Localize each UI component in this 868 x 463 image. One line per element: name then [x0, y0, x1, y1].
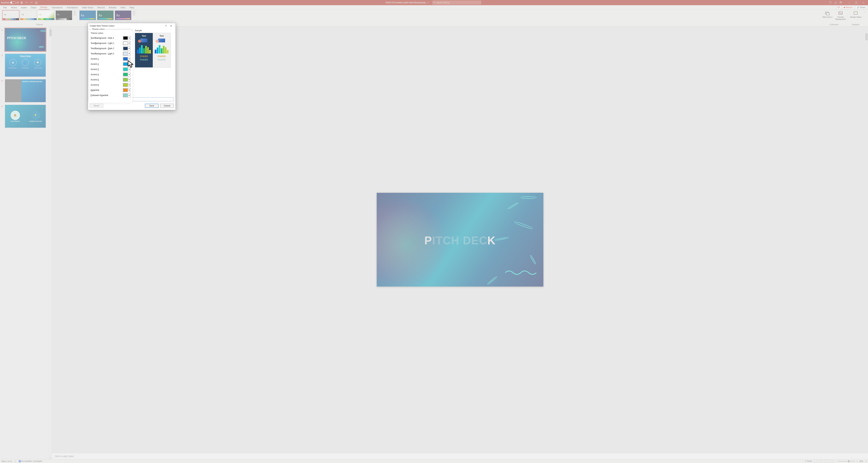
zoom-value[interactable]: 68% [860, 460, 863, 462]
slide-thumbnail-panel[interactable]: 1 PITCH DECK 2 TRACTION ▦ 👥 💬 Referring … [0, 26, 52, 459]
scroll-handle[interactable] [50, 29, 52, 36]
start-from-beginning-icon[interactable] [34, 1, 38, 4]
dialog-close-icon[interactable]: ✕ [168, 25, 174, 27]
minimize-icon[interactable] [845, 1, 852, 4]
theme-color-row: Text/Background - Light 2▼ [91, 51, 130, 56]
svg-rect-6 [856, 2, 857, 3]
cancel-button[interactable]: Cancel [160, 104, 174, 108]
sample-text-dark: Text [142, 35, 146, 37]
format-background-icon [838, 11, 843, 16]
ribbon-tab-transitions[interactable]: Transitions [50, 5, 64, 9]
ribbon-tab-file[interactable]: File [1, 5, 8, 9]
ribbon-tab-animations[interactable]: Animations [65, 5, 80, 9]
theme-color-label: Accent 4 [91, 73, 122, 76]
theme-color-swatch-11[interactable]: ▼ [123, 93, 130, 97]
variants-more-button[interactable]: ▴▾▾ [132, 10, 135, 16]
theme-color-swatch-0[interactable]: ▼ [123, 36, 130, 40]
notes-pane[interactable]: Click to add notes [52, 453, 868, 459]
reset-button[interactable]: Reset [90, 104, 103, 108]
variant-thumbnail[interactable]: Aa [115, 10, 131, 20]
maximize-icon[interactable] [853, 1, 860, 4]
document-name[interactable]: 40102-03-investors-pitch-deck-flat-power… [386, 1, 429, 4]
format-background-button[interactable]: Format Background [835, 10, 847, 20]
ribbon-tab-slide-show[interactable]: Slide Show [80, 5, 95, 9]
ribbon-tab-help[interactable]: Help [128, 5, 136, 9]
status-notes[interactable]: 📝 Notes [804, 460, 812, 462]
dialog-titlebar[interactable]: Create New Theme Colors ? ✕ [88, 23, 176, 29]
themes-gallery[interactable]: AaAaAaAa▴▾▾ [2, 10, 76, 24]
cursor-icon [127, 60, 135, 68]
thumbnail-scrollbar[interactable]: ▲ ▼ [49, 26, 52, 459]
theme-color-swatch-1[interactable]: ▼ [123, 41, 130, 45]
scroll-up-icon[interactable]: ▲ [49, 26, 52, 29]
theme-color-label: Accent 3 [91, 68, 122, 70]
autosave-toggle[interactable]: AutoSave Off [1, 1, 19, 4]
variants-gallery[interactable]: AaAaAa▴▾▾ [79, 10, 135, 24]
view-normal-icon[interactable] [814, 460, 817, 463]
theme-color-swatch-6[interactable]: ▼ [123, 67, 130, 71]
thumb-number: 2 [1, 54, 3, 57]
ribbon-tab-draw[interactable]: Draw [29, 5, 38, 9]
share-label: Share [860, 6, 865, 9]
theme-color-swatch-9[interactable]: ▼ [123, 83, 130, 87]
chevron-down-icon: ▼ [128, 58, 130, 60]
close-icon[interactable] [860, 1, 867, 4]
ribbon-tab-insert[interactable]: Insert [20, 5, 29, 9]
slide-thumbnail-3[interactable]: MARKET OPPORTUNITIES [5, 79, 46, 102]
share-button[interactable]: 🔗 Share [855, 6, 867, 9]
theme-color-swatch-3[interactable]: ▼ [123, 52, 130, 56]
chevron-down-icon: ▼ [128, 68, 130, 70]
status-accessibility[interactable]: ♿ Accessibility: Investigate [19, 460, 42, 462]
record-button[interactable]: Record [842, 6, 854, 9]
theme-color-row: Hyperlink▼ [91, 88, 130, 93]
view-sorter-icon[interactable] [819, 460, 823, 463]
slide-size-button[interactable]: Slide Size ▾ [821, 10, 833, 18]
status-slide[interactable]: Slide 1 of 12 [1, 460, 12, 462]
themes-more-button[interactable]: ▴▾▾ [73, 10, 76, 16]
theme-color-swatch-8[interactable]: ▼ [123, 78, 130, 82]
variant-thumbnail[interactable]: Aa [79, 10, 96, 20]
canvas-scrollbar[interactable] [865, 28, 868, 451]
theme-color-label: Accent 2 [91, 63, 122, 65]
collapse-ribbon-button[interactable] [864, 10, 867, 26]
status-lang-icon[interactable]: ▢ [14, 460, 16, 462]
zoom-out-icon[interactable]: − [835, 460, 836, 462]
ribbon-tab-review[interactable]: Review [107, 5, 118, 9]
theme-thumbnail[interactable]: Aa [20, 10, 37, 20]
search-box[interactable]: Search (Alt+Q) [432, 1, 481, 4]
ribbon-tab-view[interactable]: View [119, 5, 127, 9]
ribbon-tab-design[interactable]: Design [39, 5, 49, 9]
diamond-icon[interactable] [829, 1, 832, 4]
design-ideas-button[interactable]: Design Ideas [849, 10, 862, 18]
dialog-help-icon[interactable]: ? [163, 25, 168, 27]
sample-hyperlink-dark: Hyperlink [140, 55, 148, 57]
slide-thumbnail-2[interactable]: TRACTION ▦ 👥 💬 Referring Visitors Growth… [5, 54, 46, 77]
theme-color-swatch-10[interactable]: ▼ [123, 88, 130, 92]
fit-to-window-icon[interactable]: ⤢ [865, 460, 867, 462]
redo-icon[interactable] [30, 1, 33, 4]
comments-button[interactable] [836, 5, 841, 9]
theme-color-swatch-7[interactable]: ▼ [123, 72, 130, 76]
ribbon-mode-icon[interactable] [839, 1, 843, 4]
slide-thumbnail-1[interactable]: PITCH DECK [5, 28, 46, 51]
slide-thumbnail-4[interactable]: 🙆 THE PROBLEM 💡 CURRENT SOLUTION [5, 105, 46, 128]
theme-thumbnail[interactable]: Aa [38, 10, 55, 20]
ribbon-tab-home[interactable]: Home [9, 5, 19, 9]
view-reading-icon[interactable] [824, 460, 828, 463]
save-icon[interactable] [20, 1, 24, 4]
zoom-in-icon[interactable]: + [857, 460, 858, 462]
theme-color-swatch-2[interactable]: ▼ [123, 47, 130, 50]
scroll-down-icon[interactable]: ▼ [49, 456, 52, 459]
sample-followed-light: Hyperlink [158, 58, 166, 60]
ribbon-tab-record[interactable]: Record [96, 5, 106, 9]
zoom-slider[interactable] [838, 461, 855, 462]
undo-icon[interactable] [25, 1, 28, 4]
variant-thumbnail[interactable]: Aa [97, 10, 114, 20]
svg-rect-8 [826, 13, 830, 15]
coming-soon-icon[interactable] [834, 1, 837, 4]
view-slideshow-icon[interactable] [830, 460, 833, 463]
slide-canvas[interactable]: PITCH DECK [377, 193, 544, 286]
save-button[interactable]: Save [145, 104, 158, 108]
theme-thumbnail[interactable]: Aa [2, 10, 19, 20]
theme-thumbnail[interactable]: Aa [56, 10, 72, 20]
